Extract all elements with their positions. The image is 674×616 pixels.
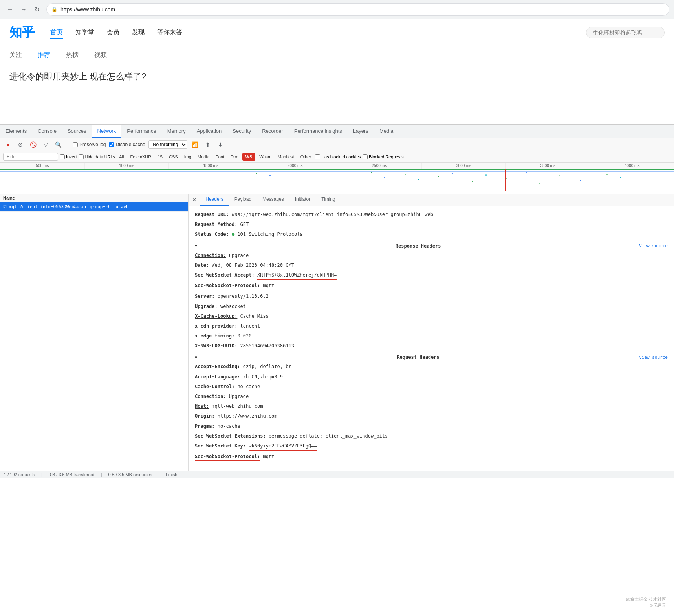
blocked-requests-checkbox[interactable]: Blocked Requests	[363, 154, 404, 160]
filter-doc[interactable]: Doc	[228, 154, 241, 160]
resp-server-label: Server:	[195, 293, 215, 299]
disable-cache-label: Disable cache	[115, 142, 145, 147]
filter-fetch-xhr[interactable]: Fetch/XHR	[128, 154, 154, 160]
detail-tab-headers[interactable]: Headers	[200, 194, 229, 206]
address-bar[interactable]: 🔒 https://www.zhihu.com	[46, 3, 669, 16]
disable-cache-input[interactable]	[109, 142, 114, 147]
scatter-dot-14	[559, 175, 560, 176]
import-button[interactable]: ⬆	[203, 140, 212, 149]
subnav-recommend[interactable]: 推荐	[38, 51, 50, 59]
nav-vip[interactable]: 会员	[107, 27, 119, 39]
status-finish: Finish:	[166, 472, 178, 477]
clear-button[interactable]: 🚫	[28, 140, 38, 149]
scatter-dot-6	[418, 179, 419, 180]
stop-button[interactable]: ⊘	[16, 140, 25, 149]
filter-wasm[interactable]: Wasm	[257, 154, 274, 160]
tab-console[interactable]: Console	[32, 125, 62, 138]
scatter-dot-16	[606, 174, 608, 175]
req-header-cache-control: Cache-Control: no-cache	[195, 383, 668, 390]
tab-sources[interactable]: Sources	[62, 125, 92, 138]
view-source-request[interactable]: View source	[639, 355, 668, 360]
filter-other[interactable]: Other	[298, 154, 314, 160]
filter-input[interactable]	[3, 153, 58, 161]
back-button[interactable]: ←	[5, 4, 16, 15]
tab-performance-insights[interactable]: Performance insights	[289, 125, 348, 138]
tab-performance[interactable]: Performance	[121, 125, 161, 138]
blocked-requests-input[interactable]	[363, 154, 368, 160]
req-header-pragma: Pragma: no-cache	[195, 423, 668, 430]
subnav-video[interactable]: 视频	[94, 51, 107, 59]
resp-cache-lookup-value: Cache Miss	[240, 314, 269, 319]
tab-network[interactable]: Network	[92, 125, 122, 138]
tab-elements[interactable]: Elements	[0, 125, 32, 138]
detail-tab-initiator[interactable]: Initiator	[289, 194, 316, 206]
nav-answer[interactable]: 等你来答	[157, 27, 182, 39]
filter-manifest[interactable]: Manifest	[275, 154, 297, 160]
filter-js[interactable]: JS	[155, 154, 165, 160]
tick-3500: 3500 ms	[506, 163, 590, 169]
preserve-log-label: Preserve log	[79, 142, 106, 147]
tab-media[interactable]: Media	[374, 125, 399, 138]
filter-media[interactable]: Media	[195, 154, 212, 160]
view-source-response[interactable]: View source	[639, 243, 668, 248]
status-separator-1: |	[41, 472, 42, 477]
subnav-hot[interactable]: 热榜	[66, 51, 79, 59]
req-pragma-label: Pragma:	[195, 424, 215, 429]
request-headers-section[interactable]: Request Headers View source	[195, 354, 668, 360]
tab-security[interactable]: Security	[227, 125, 256, 138]
has-blocked-input[interactable]	[315, 154, 320, 160]
req-accept-enc-value: gzip, deflate, br	[243, 364, 291, 369]
request-item-0[interactable]: ☑ mqtt?client_info=OS%3DWeb&user_group=z…	[0, 202, 188, 212]
filter-all[interactable]: All	[117, 154, 126, 160]
detail-tab-timing[interactable]: Timing	[316, 194, 341, 206]
invert-input[interactable]	[60, 154, 65, 160]
req-connection-label: Connection:	[195, 394, 226, 399]
export-button[interactable]: ⬇	[216, 140, 225, 149]
online-icon[interactable]: 📶	[190, 140, 200, 149]
detail-tab-messages[interactable]: Messages	[257, 194, 289, 206]
filter-ws[interactable]: WS	[242, 153, 256, 161]
forward-button[interactable]: →	[18, 4, 29, 15]
site-search-input[interactable]	[586, 27, 665, 38]
req-pragma-value: no-cache	[218, 424, 240, 429]
preserve-log-checkbox[interactable]: Preserve log	[73, 142, 106, 147]
has-blocked-checkbox[interactable]: Has blocked cookies	[315, 154, 361, 160]
url-text: https://www.zhihu.com	[60, 6, 115, 13]
tab-recorder[interactable]: Recorder	[256, 125, 288, 138]
filter-button[interactable]: ▽	[41, 140, 50, 149]
detail-tab-payload[interactable]: Payload	[229, 194, 257, 206]
subnav-follow[interactable]: 关注	[9, 51, 22, 59]
invert-checkbox[interactable]: Invert	[60, 154, 77, 160]
throttling-select[interactable]: No throttling	[148, 140, 187, 149]
resp-header-upgrade: Upgrade: websocket	[195, 303, 668, 310]
filter-img[interactable]: Img	[182, 154, 194, 160]
status-resources: 0 B / 8.5 MB resources	[108, 472, 152, 477]
preserve-log-input[interactable]	[73, 142, 78, 147]
nav-discover[interactable]: 发现	[132, 27, 145, 39]
resp-cache-lookup-label: X-Cache-Lookup:	[195, 314, 237, 319]
filter-css[interactable]: CSS	[167, 154, 180, 160]
req-sec-key-label: Sec-WebSocket-Key:	[195, 443, 246, 449]
search-button[interactable]: 🔍	[53, 140, 63, 149]
nav-zhixuetang[interactable]: 知学堂	[75, 27, 94, 39]
tick-3000: 3000 ms	[421, 163, 506, 169]
tab-application[interactable]: Application	[191, 125, 227, 138]
scatter-dot-3	[371, 172, 372, 173]
hide-data-urls-input[interactable]	[79, 154, 84, 160]
tab-layers[interactable]: Layers	[348, 125, 374, 138]
nav-home[interactable]: 首页	[50, 27, 63, 39]
hide-data-urls-checkbox[interactable]: Hide data URLs	[79, 154, 115, 160]
req-header-sec-ext: Sec-WebSocket-Extensions: permessage-def…	[195, 433, 668, 440]
request-close-icon[interactable]: ☑	[3, 205, 7, 209]
resp-connection-label: Connection:	[195, 253, 226, 258]
req-header-connection: Connection: Upgrade	[195, 393, 668, 400]
req-host-label: Host:	[195, 403, 209, 409]
filter-font[interactable]: Font	[213, 154, 227, 160]
tab-memory[interactable]: Memory	[162, 125, 191, 138]
devtools: Elements Console Sources Network Perform…	[0, 125, 674, 478]
response-headers-section[interactable]: Response Headers View source	[195, 243, 668, 249]
reload-button[interactable]: ↻	[31, 4, 42, 15]
disable-cache-checkbox[interactable]: Disable cache	[109, 142, 145, 147]
record-button[interactable]: ●	[3, 140, 13, 149]
detail-close-button[interactable]: ×	[189, 194, 200, 206]
